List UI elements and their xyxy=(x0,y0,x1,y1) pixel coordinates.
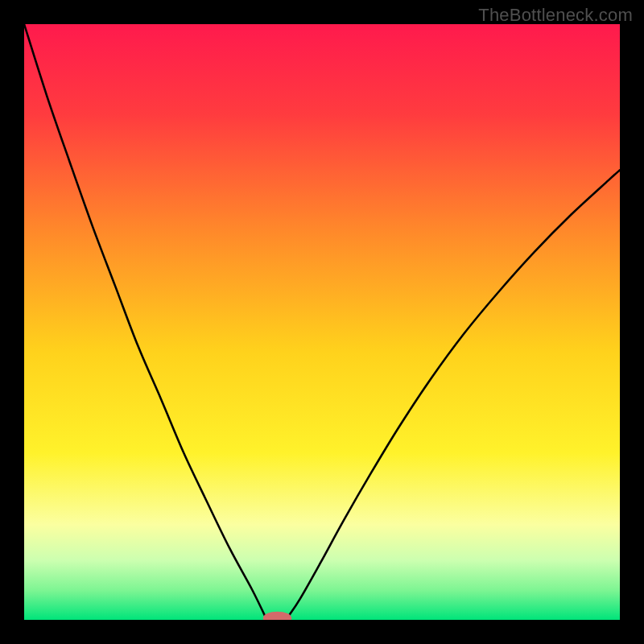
watermark-text: TheBottleneck.com xyxy=(478,5,633,26)
gradient-background xyxy=(24,24,620,620)
bottleneck-chart xyxy=(24,24,620,620)
chart-frame: TheBottleneck.com xyxy=(0,0,644,644)
